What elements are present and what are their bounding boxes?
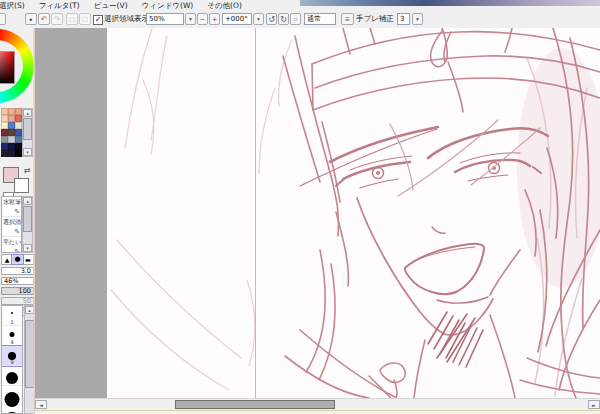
scroll-up-icon[interactable]: ▴ [23, 109, 32, 117]
color-swatch[interactable] [1, 122, 8, 129]
color-swatch[interactable] [15, 150, 22, 157]
tool-name: 平たい [3, 238, 21, 247]
tool-list-scrollbar[interactable]: ▴ ▾ [22, 196, 33, 253]
color-swatch[interactable] [15, 122, 22, 129]
color-swatch[interactable] [1, 150, 8, 157]
brush-shape-strength[interactable]: 50 [1, 297, 34, 305]
redo-button[interactable]: ↷ [51, 13, 63, 25]
scrollbar-thumb[interactable] [25, 320, 34, 388]
scroll-down-icon[interactable]: ▾ [23, 148, 32, 156]
pen-icon: ✎ [14, 248, 20, 253]
undo-button[interactable]: ↶ [38, 13, 50, 25]
paint-mode-field[interactable]: 通常 [304, 13, 336, 25]
menu-item[interactable]: 選択(S) [0, 0, 32, 12]
menu-item[interactable]: その他(O) [200, 0, 249, 12]
brush-size-preset[interactable]: 50 [2, 386, 22, 406]
rotate-ccw-button[interactable]: ↺ [266, 13, 277, 25]
zoom-out-button[interactable]: − [197, 13, 208, 25]
selection-display-checkbox[interactable]: ✓ [93, 15, 103, 25]
color-swatch[interactable] [8, 136, 15, 143]
brush-size-value[interactable]: 3.0 [1, 267, 34, 275]
color-swatch[interactable] [8, 115, 15, 122]
menu-item[interactable]: ビュー(V) [87, 0, 135, 12]
new-canvas-button[interactable]: ▪ [25, 13, 37, 25]
toolbar-clipped-button[interactable] [0, 13, 6, 25]
brush-size-label: 50 [2, 400, 22, 405]
canvas[interactable] [107, 28, 600, 398]
scroll-right-icon[interactable]: ► [588, 400, 600, 409]
scrollbar-thumb[interactable] [23, 118, 32, 140]
brush-size-label: 1 [2, 320, 22, 325]
brush-size-preset[interactable]: 125 [2, 406, 22, 414]
scrollbar-thumb[interactable] [23, 206, 32, 232]
swatch-scrollbar[interactable]: ▴ ▾ [22, 108, 33, 157]
color-wheel[interactable] [0, 28, 34, 106]
stabilizer-label: 手ブレ補正 [356, 14, 394, 24]
color-swatch[interactable] [15, 115, 22, 122]
tool-name: 水彩筆 [3, 198, 21, 207]
tool-name: 選択消し [3, 218, 22, 227]
brush-size-preset-list: 1492550125 [1, 305, 23, 414]
brush-size-preset[interactable]: 25 [2, 366, 22, 386]
canvas-sketch [107, 28, 600, 398]
status-bar [35, 410, 600, 414]
brush-dot [10, 332, 15, 337]
brush-size-preset[interactable]: 9 [2, 346, 22, 366]
background-color-swatch[interactable] [14, 178, 29, 193]
color-swatch[interactable] [15, 136, 22, 143]
brush-shape-option-selected[interactable]: ● [12, 255, 22, 264]
angle-field[interactable]: +000° [222, 13, 252, 25]
color-swatch[interactable] [1, 136, 8, 143]
scroll-left-icon[interactable]: ◄ [35, 400, 47, 409]
reset-view-button[interactable]: □ [290, 13, 301, 25]
background-window-strip [300, 0, 600, 6]
color-swatch[interactable] [15, 143, 22, 150]
brush-size-label: 25 [2, 380, 22, 385]
horizontal-scrollbar[interactable]: ◄ ► [35, 398, 600, 410]
color-swatch[interactable] [1, 129, 8, 136]
brush-size-preset[interactable]: 1 [2, 306, 22, 326]
stabilizer-field[interactable]: 3 [397, 13, 410, 25]
brush-shape-option[interactable]: ▲ [2, 255, 12, 264]
scroll-up-icon[interactable]: ▴ [23, 197, 32, 205]
menu-item[interactable]: ウィンドウ(W) [135, 0, 201, 12]
color-swatch[interactable] [8, 108, 15, 115]
color-swatch[interactable] [8, 143, 15, 150]
brush-shape-option[interactable]: ▬ [23, 255, 33, 264]
scroll-down-icon[interactable]: ▾ [23, 244, 32, 252]
color-swatch[interactable] [8, 150, 15, 157]
angle-dropdown-button[interactable]: ▼ [253, 13, 264, 25]
mode-menu-button[interactable]: ≡ [341, 13, 354, 25]
pen-icon: ✎ [14, 228, 20, 236]
color-swatch[interactable] [1, 115, 8, 122]
brush-size-preset[interactable]: 4 [2, 326, 22, 346]
rotate-cw-button[interactable]: ↻ [278, 13, 289, 25]
left-panel: ▴ ▾ ⇄ 水彩筆✎選択消し✎平たい✎ ▴ ▾ ▲ ● ▬ 3.0 46% 10… [0, 28, 35, 414]
tool-item[interactable]: 水彩筆✎ [2, 197, 21, 217]
tool-item[interactable]: 平たい✎ [2, 237, 21, 253]
zoom-field[interactable]: 50% [146, 13, 184, 25]
zoom-dropdown-button[interactable]: ▼ [185, 13, 196, 25]
scroll-up-icon[interactable]: ▴ [25, 306, 34, 314]
color-swatch[interactable] [1, 143, 8, 150]
brush-shape-row: ▲ ● ▬ [1, 254, 34, 265]
color-swatch[interactable] [15, 129, 22, 136]
color-swatch[interactable] [15, 108, 22, 115]
brush-density-slider[interactable]: 100 [1, 287, 34, 295]
color-swatch[interactable] [1, 108, 8, 115]
preset-scrollbar[interactable]: ▴ [24, 305, 35, 414]
stabilizer-dropdown-button[interactable]: ▼ [412, 13, 423, 25]
zoom-in-button[interactable]: + [209, 13, 220, 25]
color-swatch[interactable] [8, 129, 15, 136]
canvas-viewport[interactable] [35, 28, 600, 398]
saturation-value-box[interactable] [0, 51, 15, 84]
scrollbar-thumb[interactable] [175, 400, 335, 409]
selection-display-label: 選択領域表示 [104, 14, 149, 24]
menu-item[interactable]: フィルタ(T) [32, 0, 87, 12]
tool-item[interactable]: 選択消し✎ [2, 217, 21, 237]
invert-selection-button[interactable]: □ [79, 13, 91, 25]
color-swatch[interactable] [8, 122, 15, 129]
swap-colors-icon[interactable]: ⇄ [24, 166, 31, 175]
deselect-button[interactable]: □ [66, 13, 78, 25]
brush-min-size-value[interactable]: 46% [1, 277, 34, 285]
